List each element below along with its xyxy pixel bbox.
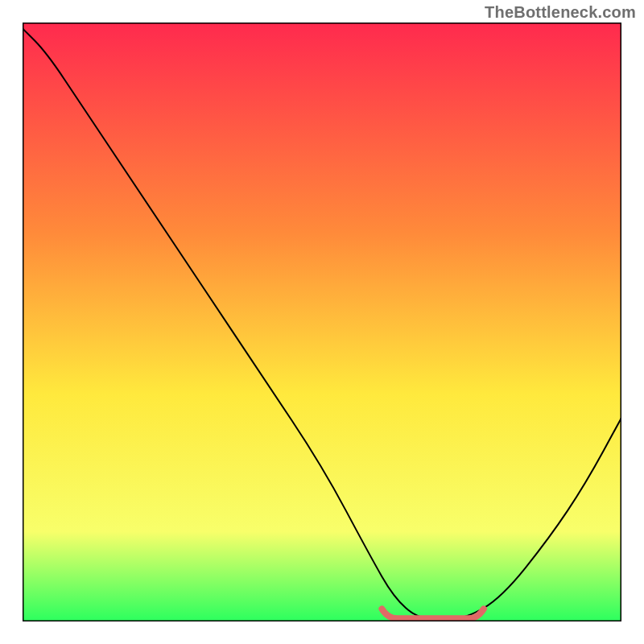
watermark-text: TheBottleneck.com <box>485 3 636 22</box>
bottleneck-chart <box>23 23 621 621</box>
chart-background <box>23 23 621 621</box>
chart-stage: TheBottleneck.com <box>0 0 644 644</box>
